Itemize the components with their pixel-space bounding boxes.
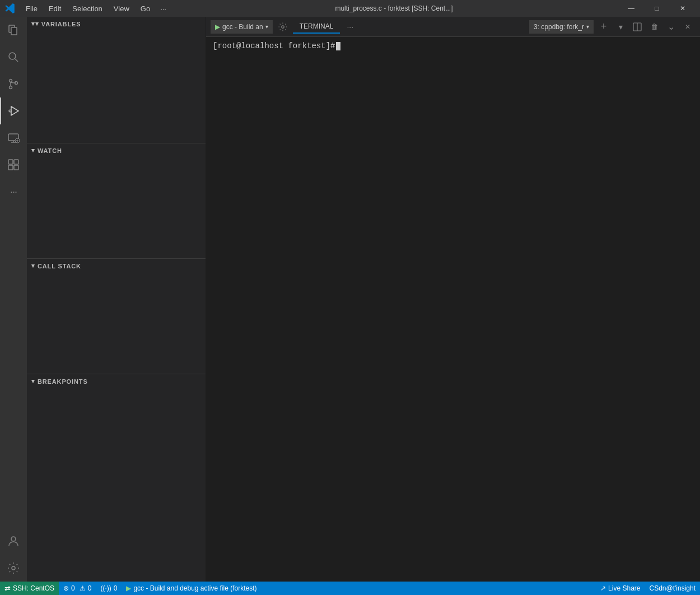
- sidebar-item-account[interactable]: [0, 528, 27, 555]
- callstack-chevron-icon: ▾: [31, 262, 35, 269]
- callstack-label: CALL STACK: [38, 263, 81, 269]
- launch-config-dropdown-icon: ▾: [265, 24, 268, 30]
- status-right-info[interactable]: CSdn@t'insight: [645, 582, 700, 595]
- status-error-count: 0: [71, 584, 75, 592]
- terminal-instance-button[interactable]: 3: cppdbg: fork_r ▾: [529, 20, 594, 34]
- activity-bar: ···: [0, 17, 27, 582]
- status-remote-count: 0: [114, 584, 118, 592]
- content-area: ▶ gcc - Build an ▾ TERMINAL ···: [206, 17, 700, 582]
- watch-label: WATCH: [38, 147, 62, 154]
- sidebar-item-remote-explorer[interactable]: [0, 124, 27, 151]
- terminal-cursor: [336, 42, 340, 50]
- close-button[interactable]: ✕: [670, 0, 696, 17]
- svg-rect-17: [8, 160, 13, 164]
- watch-content: [27, 157, 206, 258]
- launch-play-icon: ▶: [215, 23, 220, 31]
- svg-rect-18: [14, 160, 18, 164]
- variables-content: [27, 31, 206, 143]
- sidebar-item-run-debug[interactable]: [0, 97, 27, 124]
- variables-chevron-icon: ▾: [31, 20, 39, 27]
- svg-line-3: [15, 59, 18, 62]
- status-build-item[interactable]: ▶ gcc - Build and debug active file (for…: [122, 582, 261, 595]
- svg-point-5: [10, 86, 12, 89]
- svg-rect-1: [11, 27, 17, 35]
- vscode-logo: [4, 3, 16, 14]
- error-icon: ⊗: [63, 584, 69, 592]
- remote-broadcast-icon: ((·)): [100, 584, 111, 592]
- svg-point-23: [281, 25, 284, 28]
- breakpoints-label: BREAKPOINTS: [38, 378, 88, 385]
- terminal-toolbar: ▶ gcc - Build an ▾ TERMINAL ···: [206, 17, 700, 37]
- main-area: ··· ▾ VARIABLES: [0, 17, 700, 582]
- status-bar-right: ↗ Live Share CSdn@t'insight: [596, 582, 700, 595]
- watch-section-header[interactable]: ▾ WATCH: [27, 143, 206, 157]
- status-bar: ⇄ SSH: CentOS ⊗ 0 ⚠ 0 ((·)) 0 ▶ gcc - Bu…: [0, 582, 700, 595]
- status-ssh-label: SSH: CentOS: [13, 584, 54, 592]
- window-title: multi_process.c - forktest [SSH: Cent...…: [172, 4, 616, 12]
- sidebar-item-explorer[interactable]: [0, 17, 27, 44]
- debug-sidebar: ▾ VARIABLES ▾ WATCH ▾ CALL STACK ▾: [27, 17, 206, 582]
- status-build-label: gcc - Build and debug active file (forkt…: [133, 584, 256, 592]
- terminal-prompt-line: [root@localhost forktest]#: [213, 41, 693, 50]
- svg-point-22: [12, 566, 15, 570]
- ssh-remote-icon: ⇄: [4, 584, 11, 593]
- launch-config-label: gcc - Build an: [222, 23, 263, 31]
- menu-edit[interactable]: Edit: [44, 3, 66, 14]
- callstack-section-header[interactable]: ▾ CALL STACK: [27, 259, 206, 273]
- menu-go[interactable]: Go: [136, 3, 155, 14]
- svg-marker-7: [11, 106, 18, 115]
- sidebar-item-source-control[interactable]: [0, 71, 27, 97]
- menu-selection[interactable]: Selection: [68, 3, 106, 14]
- svg-point-4: [10, 80, 12, 82]
- menu-file[interactable]: File: [21, 3, 42, 14]
- menu-more-icon[interactable]: ···: [157, 3, 170, 14]
- svg-rect-20: [14, 165, 18, 170]
- breakpoints-content: [27, 388, 206, 422]
- status-ssh-item[interactable]: ⇄ SSH: CentOS: [0, 582, 59, 595]
- terminal-split-icon[interactable]: [629, 19, 645, 35]
- terminal-more-icon[interactable]: ···: [342, 20, 358, 34]
- launch-config-button[interactable]: ▶ gcc - Build an ▾: [211, 20, 273, 34]
- status-errors-item[interactable]: ⊗ 0 ⚠ 0: [59, 582, 96, 595]
- build-play-icon: ▶: [126, 584, 131, 592]
- status-liveshare-label: Live Share: [608, 584, 640, 592]
- callstack-content: [27, 273, 206, 374]
- terminal-chevron-down-icon[interactable]: ⌄: [663, 19, 679, 35]
- terminal-close-icon[interactable]: ✕: [680, 19, 696, 35]
- terminal-content[interactable]: [root@localhost forktest]#: [206, 37, 700, 582]
- status-warning-count: 0: [88, 584, 92, 592]
- warning-icon: ⚠: [80, 584, 86, 592]
- liveshare-icon: ↗: [600, 584, 606, 592]
- sidebar-item-more[interactable]: ···: [0, 178, 27, 205]
- terminal-delete-icon[interactable]: 🗑: [646, 19, 662, 35]
- breakpoints-chevron-icon: ▾: [31, 378, 35, 385]
- sidebar-item-settings[interactable]: [0, 555, 27, 582]
- terminal-instance-dropdown-icon: ▾: [586, 24, 589, 30]
- sidebar-item-search[interactable]: [0, 44, 27, 71]
- svg-point-2: [9, 53, 16, 59]
- menu-view[interactable]: View: [109, 3, 134, 14]
- terminal-dropdown-icon[interactable]: ▾: [613, 19, 628, 35]
- breakpoints-section: ▾ BREAKPOINTS: [27, 374, 206, 582]
- callstack-section: ▾ CALL STACK: [27, 259, 206, 374]
- window-controls: — □ ✕: [618, 0, 696, 17]
- svg-rect-19: [8, 165, 13, 170]
- minimize-button[interactable]: —: [618, 0, 644, 17]
- status-liveshare-item[interactable]: ↗ Live Share: [596, 582, 645, 595]
- terminal-add-icon[interactable]: +: [596, 19, 612, 35]
- settings-gear-icon[interactable]: [275, 19, 291, 35]
- maximize-button[interactable]: □: [644, 0, 670, 17]
- svg-point-21: [11, 537, 16, 541]
- variables-label: VARIABLES: [41, 21, 81, 27]
- watch-chevron-icon: ▾: [31, 147, 35, 154]
- variables-section-header[interactable]: ▾ VARIABLES: [27, 17, 206, 31]
- title-bar: File Edit Selection View Go ··· multi_pr…: [0, 0, 700, 17]
- breakpoints-section-header[interactable]: ▾ BREAKPOINTS: [27, 374, 206, 388]
- terminal-tab[interactable]: TERMINAL: [293, 20, 340, 34]
- terminal-prompt-text: [root@localhost forktest]#: [213, 41, 335, 50]
- status-bar-left: ⇄ SSH: CentOS ⊗ 0 ⚠ 0 ((·)) 0 ▶ gcc - Bu…: [0, 582, 262, 595]
- status-remote-item[interactable]: ((·)) 0: [96, 582, 122, 595]
- terminal-panel: ▶ gcc - Build an ▾ TERMINAL ···: [206, 17, 700, 582]
- sidebar-item-extensions[interactable]: [0, 151, 27, 178]
- watch-section: ▾ WATCH: [27, 143, 206, 259]
